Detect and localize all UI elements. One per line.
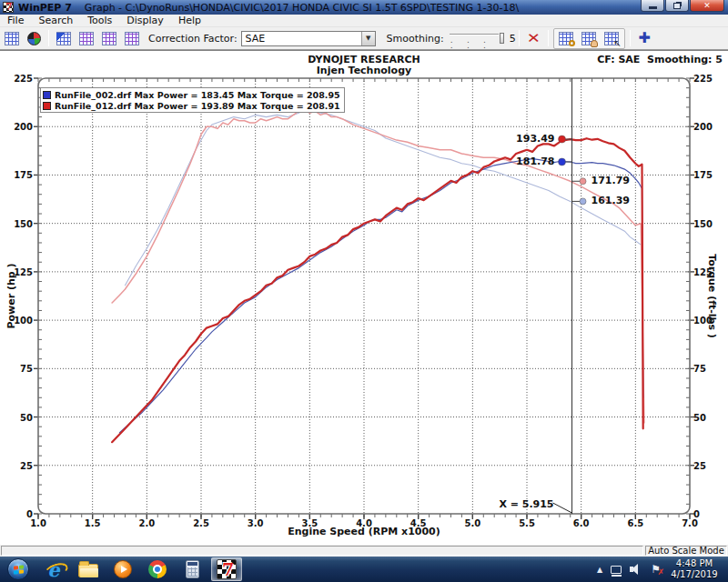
document-title: Graph - C:\DynoRuns\HONDA\CIVIC\2017 HON… xyxy=(85,2,519,14)
graph-view-3-icon xyxy=(102,32,116,45)
x-tick-label: 5.0 xyxy=(459,518,486,528)
toolbar-separator xyxy=(48,30,49,46)
x-tick-label: 2.5 xyxy=(187,518,215,528)
graph-view-4-button[interactable] xyxy=(121,29,142,48)
y-tick-label-right: 150 xyxy=(693,219,713,229)
menu-tools[interactable]: Tools xyxy=(80,15,119,26)
legend-label: RunFile_002.drf Max Power = 183.45 Max T… xyxy=(55,90,340,100)
color-wheel-button[interactable] xyxy=(24,29,45,48)
graph-panel: DYNOJET RESEARCH Injen Technology CF: SA… xyxy=(0,50,728,545)
taskbar-chrome[interactable] xyxy=(142,557,173,581)
magnifier-icon xyxy=(569,40,575,46)
winpep-taskbar-icon: 7 xyxy=(217,559,237,579)
hand-icon xyxy=(591,40,598,47)
chevron-down-icon[interactable]: ▼ xyxy=(361,32,375,45)
menu-search[interactable]: Search xyxy=(31,15,80,26)
y-tick-label-right: 175 xyxy=(693,170,713,180)
app-title: WinPEP 7 xyxy=(18,2,72,14)
slider-track xyxy=(450,34,499,35)
delete-run-button[interactable]: ✕ xyxy=(523,29,544,48)
x-tick-label: 4.5 xyxy=(405,518,432,528)
media-player-icon xyxy=(114,560,132,578)
x-tick-label: 3.0 xyxy=(242,518,269,528)
runs-table-button[interactable] xyxy=(1,29,22,48)
zoom-graph-button[interactable] xyxy=(556,29,577,48)
clock-time: 4:48 PM xyxy=(666,558,723,569)
y-tick-label-right: 100 xyxy=(693,316,713,326)
windows-logo-icon xyxy=(14,565,24,574)
chrome-icon xyxy=(148,560,167,578)
clock-date: 4/17/2019 xyxy=(666,569,723,580)
cursor-position-label: X = 5.915 xyxy=(499,498,553,510)
x-tick-label: 3.5 xyxy=(296,518,323,528)
taskbar-winpep-active[interactable]: 7 xyxy=(211,557,242,581)
y-tick-label-left: 100 xyxy=(4,316,33,326)
cursor-marker-label: 171.79 xyxy=(592,175,630,186)
y-tick-label-right: 225 xyxy=(693,74,713,84)
graph-view-1-button[interactable] xyxy=(53,29,74,48)
move-cross-icon: ✚ xyxy=(639,31,651,45)
menu-help[interactable]: Help xyxy=(171,15,208,26)
graph-view-3-button[interactable] xyxy=(98,29,119,48)
smoothing-slider[interactable]: . . . . . . xyxy=(450,32,506,45)
y-tick-label-left: 150 xyxy=(4,219,33,229)
taskbar-clock[interactable]: 4:48 PM 4/17/2019 xyxy=(666,558,723,580)
title-bar: 7 WinPEP 7 Graph - C:\DynoRuns\HONDA\CIV… xyxy=(0,0,728,15)
taskbar: e 7 ▲ ⚑✗ 4:48 PM 4/17/2019 xyxy=(0,557,728,582)
taskbar-windows-explorer[interactable] xyxy=(73,557,104,581)
y-tick-label-right: 75 xyxy=(693,364,706,374)
toolbar: Correction Factor: SAE ▼ Smoothing: . . … xyxy=(0,27,728,50)
runs-table-icon xyxy=(5,32,19,45)
close-button[interactable]: ✕ xyxy=(690,0,724,12)
move-axes-button[interactable]: ✚ xyxy=(634,29,655,48)
y-tick-label-right: 25 xyxy=(693,461,706,471)
x-tick-label: 4.0 xyxy=(350,518,378,528)
legend-row: RunFile_012.drf Max Power = 193.89 Max T… xyxy=(43,100,340,111)
menu-bar: File Search Tools Display Help xyxy=(0,15,728,27)
delete-icon: ✕ xyxy=(527,32,541,45)
y-tick-label-right: 125 xyxy=(693,267,713,277)
taskbar-calculator[interactable] xyxy=(177,557,207,581)
winpep-icon: 7 xyxy=(3,2,14,13)
slider-thumb[interactable] xyxy=(500,33,504,44)
x-tick-label: 2.0 xyxy=(133,518,160,528)
scale-mode-status: Auto Scale Mode xyxy=(645,546,727,556)
folder-icon xyxy=(78,564,98,577)
minimize-button[interactable] xyxy=(641,0,664,12)
plot-area[interactable] xyxy=(0,51,728,549)
tray-expand-icon[interactable]: ▲ xyxy=(597,566,602,574)
menu-file[interactable]: File xyxy=(0,15,31,26)
taskbar-media-player[interactable] xyxy=(107,557,138,581)
start-button[interactable] xyxy=(7,558,29,580)
pointer-icon: ↖ xyxy=(613,38,621,48)
cursor-marker-label: 161.39 xyxy=(592,195,630,206)
cursor-marker-label: 181.78 xyxy=(516,156,554,167)
taskbar-internet-explorer[interactable]: e xyxy=(38,557,69,581)
cursor-marker-label: 193.49 xyxy=(516,133,554,145)
correction-factor-label: Correction Factor: xyxy=(148,33,238,45)
pan-graph-button[interactable] xyxy=(579,29,600,48)
graph-view-2-button[interactable] xyxy=(76,29,96,48)
y-tick-label-right: 50 xyxy=(693,413,706,423)
toolbar-separator xyxy=(548,30,549,46)
x-tick-label: 1.5 xyxy=(79,518,106,528)
legend-label: RunFile_012.drf Max Power = 193.89 Max T… xyxy=(55,101,340,111)
select-graph-button[interactable]: ↖ xyxy=(602,29,622,48)
graph-view-4-icon xyxy=(125,32,139,45)
y-tick-label-left: 225 xyxy=(4,74,33,84)
action-center-icon[interactable]: ⚑✗ xyxy=(651,564,661,575)
correction-factor-select[interactable]: SAE ▼ xyxy=(241,31,376,46)
x-tick-label: 1.0 xyxy=(25,518,52,528)
y-tick-label-left: 125 xyxy=(4,267,33,277)
y-tick-label-left: 25 xyxy=(4,461,33,471)
y-tick-label-left: 200 xyxy=(4,122,33,132)
y-tick-label-left: 175 xyxy=(4,170,33,180)
volume-icon[interactable] xyxy=(630,564,642,575)
slider-ticks: . . . . . . xyxy=(450,37,506,48)
network-icon[interactable] xyxy=(611,566,622,574)
calculator-icon xyxy=(186,560,199,578)
x-tick-label: 6.0 xyxy=(568,518,595,528)
x-tick-label: 7.0 xyxy=(676,518,703,528)
menu-display[interactable]: Display xyxy=(119,15,171,26)
restore-button[interactable] xyxy=(665,0,689,12)
